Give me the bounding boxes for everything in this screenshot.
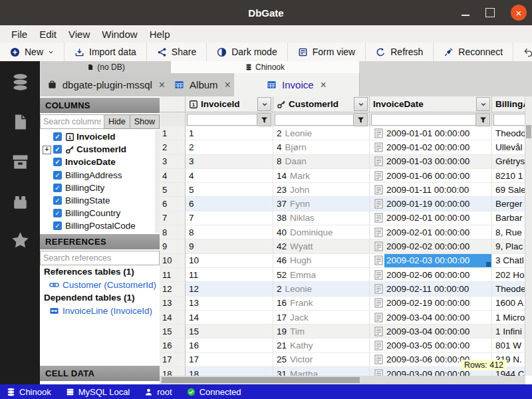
row-number[interactable]: 11 <box>160 268 186 282</box>
archive-icon[interactable] <box>11 153 29 171</box>
filter-input-invoicedate[interactable] <box>371 114 476 126</box>
column-header-invoiceid[interactable]: InvoiceId <box>186 96 273 112</box>
cell-invoiceid[interactable]: 11 <box>186 268 273 282</box>
horizontal-scrollbar[interactable] <box>160 376 525 384</box>
cell-invoiceid[interactable]: 5 <box>186 183 273 197</box>
row-number[interactable]: 12 <box>160 282 186 296</box>
filter-input-invoiceid[interactable] <box>187 114 257 126</box>
column-menu-button[interactable] <box>354 97 368 111</box>
minimize-button[interactable] <box>462 15 469 16</box>
vertical-scrollbar[interactable] <box>525 96 532 376</box>
cell-billingaddress[interactable]: 8, Rue <box>492 225 525 239</box>
row-number[interactable]: 15 <box>160 325 186 338</box>
cell-invoiceid[interactable]: 8 <box>186 225 273 239</box>
cell-invoiceid[interactable]: 15 <box>186 325 273 338</box>
cell-billingaddress[interactable]: 8210 1 <box>492 169 525 183</box>
cell-customerid[interactable]: 38Niklas <box>273 211 370 225</box>
form-view-button[interactable]: Form view <box>288 43 366 61</box>
cell-invoicedate[interactable]: 2009-01-02 00:00:00 <box>370 140 492 154</box>
cell-invoiceid[interactable]: 9 <box>186 239 273 253</box>
cell-customerid[interactable]: 23John <box>273 183 370 197</box>
close-icon[interactable]: × <box>225 79 231 91</box>
row-number[interactable]: 9 <box>160 239 186 253</box>
column-header-invoicedate[interactable]: InvoiceDate <box>370 96 492 112</box>
cell-invoiceid[interactable]: 3 <box>186 155 273 169</box>
cell-billingaddress[interactable]: Berger <box>492 197 525 211</box>
close-icon[interactable]: × <box>159 79 165 91</box>
cell-billingaddress[interactable]: 1 Infini <box>492 325 525 338</box>
column-list-item[interactable]: ✓BillingCity <box>40 182 160 194</box>
cell-billingaddress[interactable]: Ullevål <box>492 140 525 154</box>
row-number[interactable]: 16 <box>160 338 186 352</box>
cell-data-panel-header[interactable]: CELL DATA <box>40 366 160 381</box>
cell-customerid[interactable]: 21Kathy <box>273 338 370 352</box>
cell-invoiceid[interactable]: 7 <box>186 211 273 225</box>
tab-album[interactable]: Album × <box>171 73 235 96</box>
cell-invoicedate[interactable]: 2009-02-19 00:00:00 <box>370 297 492 311</box>
cell-invoicedate[interactable]: 2009-03-05 00:00:00 <box>370 338 492 352</box>
cell-customerid[interactable]: 52Emma <box>273 268 370 282</box>
row-number[interactable]: 7 <box>160 211 186 225</box>
cell-customerid[interactable]: 4Bjørn <box>273 140 370 154</box>
menu-edit[interactable]: Edit <box>33 29 63 40</box>
reference-link[interactable]: InvoiceLine (InvoiceId) <box>40 305 160 318</box>
checkbox[interactable]: ✓ <box>53 145 62 154</box>
cell-customerid[interactable]: 37Fynn <box>273 197 370 211</box>
cell-customerid[interactable]: 17Jack <box>273 311 370 325</box>
cell-invoicedate[interactable]: 2009-01-11 00:00:00 <box>370 183 492 197</box>
cell-invoicedate[interactable]: 2009-02-11 00:00:00 <box>370 282 492 296</box>
cell-invoicedate[interactable]: 2009-03-04 00:00:00 <box>370 311 492 325</box>
row-number[interactable]: 13 <box>160 297 186 311</box>
column-list-item[interactable]: ✓BillingCountry <box>40 207 160 219</box>
hide-button[interactable]: Hide <box>104 114 130 129</box>
cell-invoiceid[interactable]: 14 <box>186 311 273 325</box>
filter-input-customerid[interactable] <box>275 114 354 126</box>
reconnect-button[interactable]: Reconnect <box>434 43 513 61</box>
filter-menu-button[interactable] <box>476 113 490 126</box>
vertical-scrollbar-thumb[interactable] <box>526 125 531 138</box>
cell-invoiceid[interactable]: 2 <box>186 140 273 154</box>
refresh-button[interactable]: Refresh <box>366 43 434 61</box>
cell-customerid[interactable]: 14Mark <box>273 169 370 183</box>
cell-billingaddress[interactable]: 1600 A <box>492 297 525 311</box>
horizontal-scrollbar-thumb[interactable] <box>162 377 360 383</box>
cell-invoicedate[interactable]: 2009-01-01 00:00:00 <box>370 126 492 140</box>
cell-invoicedate[interactable]: 2009-03-04 00:00:00 <box>370 325 492 338</box>
cell-invoicedate[interactable]: 2009-02-01 00:00:00 <box>370 211 492 225</box>
menu-file[interactable]: File <box>5 29 33 40</box>
column-list-item[interactable]: ✓BillingAddress <box>40 169 160 182</box>
cell-customerid[interactable]: 40Dominique <box>273 225 370 239</box>
row-number[interactable]: 4 <box>160 169 186 183</box>
file-icon[interactable] <box>11 113 29 131</box>
cell-invoicedate[interactable]: 2009-01-06 00:00:00 <box>370 169 492 183</box>
column-list-item[interactable]: ✓InvoiceId <box>40 130 160 143</box>
row-number[interactable]: 8 <box>160 225 186 239</box>
cell-customerid[interactable]: 16Frank <box>273 297 370 311</box>
expand-icon[interactable]: + <box>43 146 51 154</box>
cell-invoiceid[interactable]: 16 <box>186 338 273 352</box>
reference-link[interactable]: Customer (CustomerId) <box>40 279 160 292</box>
cell-billingaddress[interactable]: Theodo <box>492 126 525 140</box>
cell-billingaddress[interactable]: 9, Plac <box>492 239 525 253</box>
maximize-button[interactable] <box>485 8 495 17</box>
statusbar-user[interactable]: root <box>144 387 172 397</box>
cell-billingaddress[interactable]: Grétrys <box>492 155 525 169</box>
database-icon[interactable] <box>11 73 29 91</box>
cell-billingaddress[interactable]: Theode <box>492 282 525 296</box>
selection-handle[interactable] <box>486 262 491 267</box>
tab-invoice[interactable]: Invoice × <box>234 73 360 96</box>
checkbox[interactable]: ✓ <box>53 132 62 141</box>
cell-invoicedate[interactable]: 2009-02-01 00:00:00 <box>370 225 492 239</box>
cell-customerid[interactable]: 2Leonie <box>273 282 370 296</box>
cell-invoiceid[interactable]: 1 <box>186 126 273 140</box>
close-icon[interactable]: × <box>321 79 327 91</box>
checkbox[interactable]: ✓ <box>53 221 62 230</box>
checkbox[interactable]: ✓ <box>53 196 62 205</box>
column-menu-button[interactable] <box>257 97 271 111</box>
cell-customerid[interactable]: 19Tim <box>273 325 370 338</box>
column-menu-button[interactable] <box>476 97 490 111</box>
column-list-item[interactable]: ✓BillingPostalCode <box>40 219 160 232</box>
cell-invoiceid[interactable]: 12 <box>186 282 273 296</box>
columns-panel-header[interactable]: COLUMNS <box>40 98 160 113</box>
cell-billingaddress[interactable]: Barbar <box>492 211 525 225</box>
